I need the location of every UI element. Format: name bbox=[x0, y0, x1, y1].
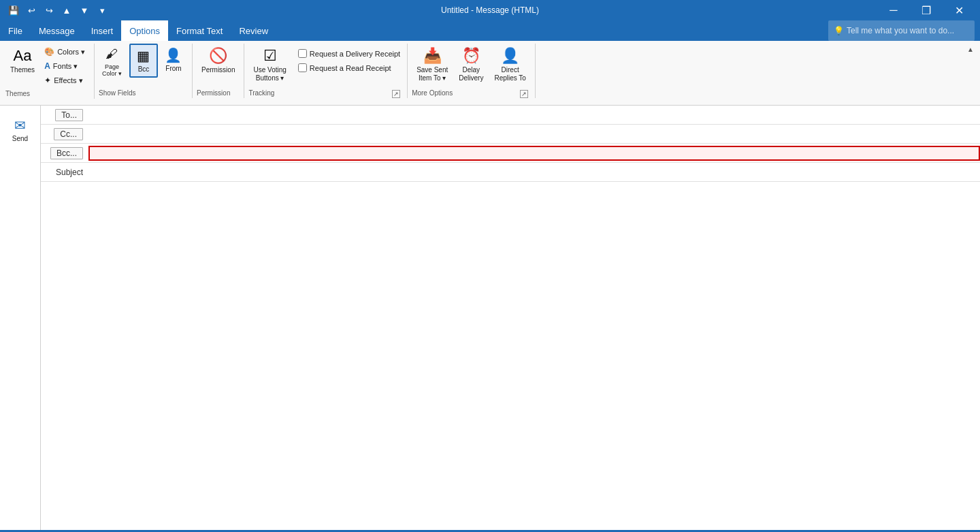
show-fields-label: Show Fields bbox=[99, 89, 135, 98]
compose-fields: To... Cc... Bcc... Subject bbox=[41, 106, 980, 530]
ribbon-group-permission: 🚫 Permission Permission bbox=[193, 44, 244, 98]
more-options-group-label: More Options bbox=[412, 89, 453, 98]
direct-replies-button[interactable]: 👤 DirectReplies To bbox=[489, 44, 531, 86]
fonts-icon: A bbox=[44, 61, 50, 71]
bcc-label-button[interactable]: Bcc... bbox=[50, 147, 83, 159]
title-bar-left: 💾 ↩ ↪ ▲ ▼ ▾ bbox=[5, 2, 110, 18]
menu-format-text[interactable]: Format Text bbox=[168, 20, 231, 41]
bcc-label-container: Bcc... bbox=[41, 147, 88, 159]
read-receipt-checkbox[interactable] bbox=[298, 63, 307, 72]
ribbon-group-themes: Aa Themes 🎨 Colors ▾ A Fonts ▾ ✦ Effects… bbox=[3, 44, 95, 99]
menu-review[interactable]: Review bbox=[231, 20, 276, 41]
from-button[interactable]: 👤 From bbox=[159, 44, 188, 76]
voting-icon: ☑ bbox=[263, 47, 277, 65]
page-color-button[interactable]: 🖌 PageColor ▾ bbox=[99, 45, 125, 80]
delivery-receipt-checkbox[interactable] bbox=[298, 49, 307, 58]
window-title: Untitled - Message (HTML) bbox=[441, 5, 539, 15]
delivery-receipt-row[interactable]: Request a Delivery Receipt bbox=[295, 48, 403, 59]
delay-delivery-icon: ⏰ bbox=[462, 47, 480, 65]
to-label-button[interactable]: To... bbox=[55, 109, 83, 121]
to-label-container: To... bbox=[41, 109, 88, 121]
ribbon-group-show-fields: 🖌 PageColor ▾ ▦ Bcc 👤 From Show Fields bbox=[95, 44, 193, 98]
message-body[interactable] bbox=[41, 182, 980, 530]
page-color-icon: 🖌 bbox=[105, 47, 118, 61]
subject-input[interactable] bbox=[88, 166, 980, 178]
use-voting-button[interactable]: ☑ Use VotingButtons ▾ bbox=[248, 44, 291, 86]
more-options-content: 📥 Save SentItem To ▾ ⏰ DelayDelivery 👤 D… bbox=[412, 44, 531, 89]
bcc-icon: ▦ bbox=[137, 48, 150, 64]
permission-label: Permission bbox=[201, 66, 235, 74]
themes-button[interactable]: Aa Themes bbox=[5, 44, 39, 78]
menu-message[interactable]: Message bbox=[31, 20, 83, 41]
ribbon-group-tracking: ☑ Use VotingButtons ▾ Request a Delivery… bbox=[244, 44, 408, 98]
permission-content: 🚫 Permission bbox=[197, 44, 240, 89]
voting-label: Use VotingButtons ▾ bbox=[253, 66, 286, 82]
tracking-content: ☑ Use VotingButtons ▾ Request a Delivery… bbox=[248, 44, 403, 89]
delay-delivery-label: DelayDelivery bbox=[459, 66, 483, 82]
redo-qa-button[interactable]: ↪ bbox=[41, 2, 57, 18]
subject-label: Subject bbox=[41, 168, 88, 177]
send-button[interactable]: ✉ Send bbox=[7, 111, 33, 148]
menu-options[interactable]: Options bbox=[121, 20, 168, 41]
permission-group-footer: Permission bbox=[197, 89, 240, 98]
close-button[interactable]: ✕ bbox=[943, 0, 975, 20]
cc-input[interactable] bbox=[88, 128, 980, 140]
permission-icon: 🚫 bbox=[209, 47, 227, 65]
fonts-button[interactable]: A Fonts ▾ bbox=[41, 59, 88, 73]
colors-button[interactable]: 🎨 Colors ▾ bbox=[41, 45, 88, 59]
bcc-row: Bcc... bbox=[41, 144, 980, 163]
menu-file[interactable]: File bbox=[0, 20, 31, 41]
quick-access-toolbar: 💾 ↩ ↪ ▲ ▼ ▾ bbox=[5, 2, 110, 18]
permission-button[interactable]: 🚫 Permission bbox=[197, 44, 240, 78]
tracking-checkboxes: Request a Delivery Receipt Request a Rea… bbox=[295, 48, 403, 74]
ribbon-collapse-button[interactable]: ▲ bbox=[964, 42, 977, 56]
save-qa-button[interactable]: 💾 bbox=[5, 2, 22, 18]
tracking-launcher[interactable]: ↗ bbox=[392, 90, 400, 98]
effects-icon: ✦ bbox=[44, 76, 51, 85]
delay-delivery-button[interactable]: ⏰ DelayDelivery bbox=[454, 44, 488, 86]
bcc-input[interactable] bbox=[88, 146, 980, 161]
colors-icon: 🎨 bbox=[44, 47, 54, 57]
save-sent-label: Save SentItem To ▾ bbox=[416, 66, 448, 82]
permission-group-label: Permission bbox=[197, 89, 230, 98]
show-fields-group-footer: Show Fields bbox=[99, 89, 188, 98]
tell-me-input[interactable] bbox=[847, 26, 969, 35]
cc-row: Cc... bbox=[41, 125, 980, 144]
themes-icon: Aa bbox=[14, 47, 32, 65]
compose-left-panel: ✉ Send bbox=[0, 106, 41, 530]
colors-label: Colors ▾ bbox=[57, 48, 85, 57]
tracking-group-label: Tracking bbox=[248, 89, 274, 98]
send-down-qa-button[interactable]: ▼ bbox=[76, 2, 93, 18]
window-controls: ─ ❐ ✕ bbox=[878, 0, 975, 20]
themes-group-content: Aa Themes 🎨 Colors ▾ A Fonts ▾ ✦ Effects… bbox=[5, 44, 88, 90]
fonts-label: Fonts ▾ bbox=[53, 62, 78, 71]
ribbon-group-more-options: 📥 Save SentItem To ▾ ⏰ DelayDelivery 👤 D… bbox=[408, 44, 536, 98]
save-sent-button[interactable]: 📥 Save SentItem To ▾ bbox=[412, 44, 453, 86]
themes-group-footer: Themes bbox=[5, 90, 88, 99]
undo-qa-button[interactable]: ↩ bbox=[23, 2, 39, 18]
subject-row: Subject bbox=[41, 163, 980, 182]
send-up-qa-button[interactable]: ▲ bbox=[59, 2, 75, 18]
ribbon: Aa Themes 🎨 Colors ▾ A Fonts ▾ ✦ Effects… bbox=[0, 41, 980, 106]
direct-replies-icon: 👤 bbox=[501, 47, 519, 65]
more-options-launcher[interactable]: ↗ bbox=[520, 90, 528, 98]
cc-label-button[interactable]: Cc... bbox=[54, 128, 83, 140]
more-options-group-footer: More Options ↗ bbox=[412, 89, 531, 98]
themes-group-label: Themes bbox=[5, 90, 30, 99]
bcc-button[interactable]: ▦ Bcc bbox=[129, 44, 158, 78]
page-color-col: 🖌 PageColor ▾ bbox=[99, 45, 125, 80]
customize-qa-button[interactable]: ▾ bbox=[94, 2, 110, 18]
read-receipt-row[interactable]: Request a Read Receipt bbox=[295, 62, 403, 74]
to-input[interactable] bbox=[88, 109, 980, 121]
minimize-button[interactable]: ─ bbox=[878, 0, 909, 20]
page-color-label: PageColor ▾ bbox=[102, 64, 122, 78]
themes-small-col: 🎨 Colors ▾ A Fonts ▾ ✦ Effects ▾ bbox=[41, 45, 88, 87]
send-label: Send bbox=[12, 135, 28, 142]
delivery-receipt-label: Request a Delivery Receipt bbox=[310, 50, 400, 58]
menu-insert[interactable]: Insert bbox=[83, 20, 122, 41]
menu-bar: File Message Insert Options Format Text … bbox=[0, 20, 980, 41]
title-bar: 💾 ↩ ↪ ▲ ▼ ▾ Untitled - Message (HTML) ─ … bbox=[0, 0, 980, 20]
restore-button[interactable]: ❐ bbox=[911, 0, 942, 20]
tracking-group-footer: Tracking ↗ bbox=[248, 89, 403, 98]
effects-button[interactable]: ✦ Effects ▾ bbox=[41, 74, 88, 87]
